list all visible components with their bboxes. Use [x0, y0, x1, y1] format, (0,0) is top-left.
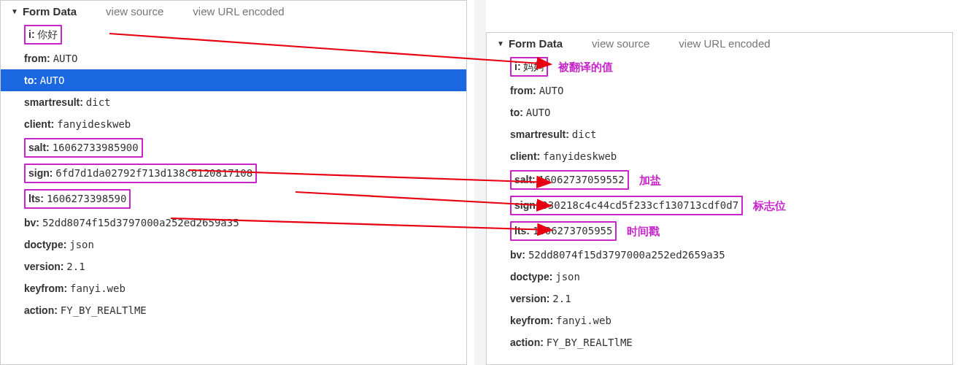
form-data-row-salt[interactable]: salt: 16062733985900	[1, 135, 466, 161]
row-value: dict	[86, 96, 111, 108]
row-key: to:	[24, 74, 40, 86]
row-key: i:	[28, 28, 37, 40]
form-data-row-bv[interactable]: bv: 52dd8074f15d3797000a252ed2659a35	[1, 212, 466, 234]
form-data-row-smart[interactable]: smartresult: dict	[487, 123, 952, 145]
form-data-row-i[interactable]: i: 你好	[1, 22, 466, 47]
row-key: smartresult:	[510, 128, 572, 140]
row-value: AUTO	[53, 53, 78, 64]
form-data-panel-right: ▼ Form Data view source view URL encoded…	[486, 32, 953, 365]
row-key: lts:	[28, 193, 47, 204]
form-data-row-client[interactable]: client: fanyideskweb	[487, 145, 952, 167]
panel-header-left: ▼ Form Data view source view URL encoded	[1, 1, 466, 22]
form-data-row-smart[interactable]: smartresult: dict	[1, 91, 466, 113]
row-value: 1606273398590	[47, 193, 127, 204]
form-data-row-doctype[interactable]: doctype: json	[487, 266, 952, 288]
row-value: 16062737059552	[539, 174, 625, 185]
row-key: sign:	[514, 199, 541, 211]
row-key: sign:	[28, 167, 55, 179]
row-key: bv:	[510, 249, 528, 261]
row-value: FY_BY_REALTlME	[61, 304, 147, 316]
form-data-rows-left: i: 你好from: AUTOto: AUTOsmartresult: dict…	[1, 22, 466, 324]
annotation-label: 标志位	[753, 198, 786, 214]
form-data-row-action[interactable]: action: FY_BY_REALTlME	[487, 331, 952, 353]
row-value: fanyideskweb	[543, 150, 617, 162]
form-data-row-lts[interactable]: lts: 1606273398590	[1, 186, 466, 212]
row-value: fanyi.web	[556, 315, 611, 326]
panel-header-right: ▼ Form Data view source view URL encoded	[487, 33, 952, 54]
row-key: client:	[24, 118, 57, 130]
form-data-row-client[interactable]: client: fanyideskweb	[1, 113, 466, 135]
form-data-row-from[interactable]: from: AUTO	[1, 47, 466, 69]
form-data-row-version[interactable]: version: 2.1	[487, 288, 952, 310]
row-value: 你好	[37, 28, 58, 40]
row-key: action:	[510, 337, 547, 348]
form-data-row-from[interactable]: from: AUTO	[487, 80, 952, 101]
row-value: AUTO	[40, 74, 65, 86]
form-data-row-lts[interactable]: lts: 1606273705955时间戳	[487, 218, 952, 244]
view-source-link[interactable]: view source	[106, 5, 163, 18]
row-value: json	[69, 239, 94, 250]
row-key: lts:	[514, 225, 533, 237]
header-title: Form Data	[23, 5, 77, 18]
form-data-row-keyfrom[interactable]: keyfrom: fanyi.web	[487, 310, 952, 331]
form-data-panel-left: ▼ Form Data view source view URL encoded…	[0, 0, 467, 365]
view-source-link[interactable]: view source	[592, 37, 649, 50]
view-url-encoded-link[interactable]: view URL encoded	[679, 37, 770, 50]
row-key: from:	[24, 53, 53, 64]
row-key: smartresult:	[24, 96, 86, 108]
row-value: AUTO	[539, 85, 564, 96]
annotation-label: 被翻译的值	[558, 59, 613, 75]
row-key: action:	[24, 304, 61, 316]
row-value: 030218c4c44cd5f233cf130713cdf0d7	[541, 199, 738, 211]
form-data-row-i[interactable]: i: 妈妈被翻译的值	[487, 54, 952, 80]
row-value: AUTO	[526, 107, 551, 118]
view-url-encoded-link[interactable]: view URL encoded	[193, 5, 284, 18]
form-data-rows-right: i: 妈妈被翻译的值from: AUTOto: AUTOsmartresult:…	[487, 54, 952, 356]
disclose-icon[interactable]: ▼	[497, 39, 504, 47]
annotation-label: 时间戳	[627, 223, 660, 239]
row-key: salt:	[28, 142, 53, 153]
row-key: from:	[510, 85, 539, 96]
row-value: 妈妈	[523, 61, 544, 72]
row-key: i:	[514, 61, 523, 72]
row-value: 2.1	[552, 293, 571, 304]
row-value: fanyideskweb	[57, 118, 131, 130]
form-data-row-to[interactable]: to: AUTO	[1, 69, 466, 91]
row-key: doctype:	[24, 239, 69, 250]
row-key: version:	[24, 261, 66, 272]
row-key: bv:	[24, 217, 42, 228]
row-key: version:	[510, 293, 552, 304]
form-data-row-to[interactable]: to: AUTO	[487, 101, 952, 123]
form-data-row-version[interactable]: version: 2.1	[1, 256, 466, 277]
row-key: keyfrom:	[24, 283, 70, 294]
row-value: 6fd7d1da02792f713d138c8120817108	[55, 167, 252, 179]
row-value: dict	[572, 128, 597, 140]
row-key: salt:	[514, 174, 539, 185]
row-value: fanyi.web	[70, 283, 126, 294]
row-key: client:	[510, 150, 543, 162]
row-key: keyfrom:	[510, 315, 556, 326]
form-data-row-sign[interactable]: sign: 6fd7d1da02792f713d138c8120817108	[1, 161, 466, 186]
row-value: 1606273705955	[533, 225, 613, 237]
panel-divider	[474, 0, 486, 365]
annotation-label: 加盐	[639, 172, 661, 188]
form-data-row-bv[interactable]: bv: 52dd8074f15d3797000a252ed2659a35	[487, 244, 952, 266]
row-value: FY_BY_REALTlME	[547, 337, 633, 348]
row-key: to:	[510, 107, 526, 118]
form-data-row-salt[interactable]: salt: 16062737059552加盐	[487, 167, 952, 193]
header-title: Form Data	[509, 37, 563, 50]
form-data-row-doctype[interactable]: doctype: json	[1, 234, 466, 256]
disclose-icon[interactable]: ▼	[11, 7, 18, 15]
row-value: 16062733985900	[53, 142, 139, 153]
row-value: json	[555, 271, 580, 283]
row-value: 52dd8074f15d3797000a252ed2659a35	[528, 249, 725, 261]
row-key: doctype:	[510, 271, 555, 283]
form-data-row-sign[interactable]: sign: 030218c4c44cd5f233cf130713cdf0d7标志…	[487, 193, 952, 218]
row-value: 52dd8074f15d3797000a252ed2659a35	[42, 217, 239, 228]
row-value: 2.1	[66, 261, 85, 272]
form-data-row-action[interactable]: action: FY_BY_REALTlME	[1, 299, 466, 321]
form-data-row-keyfrom[interactable]: keyfrom: fanyi.web	[1, 277, 466, 299]
